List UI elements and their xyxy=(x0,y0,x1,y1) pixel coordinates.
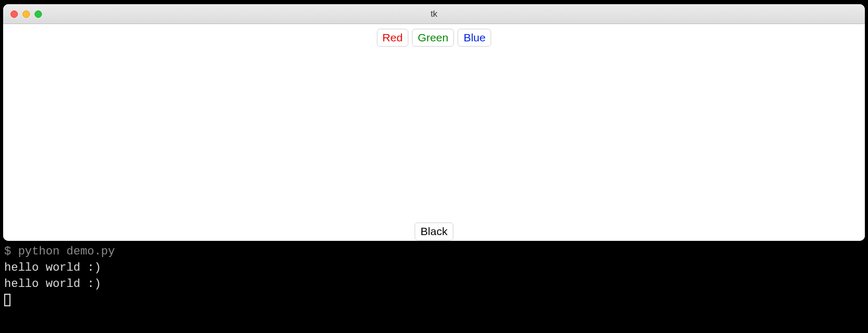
blue-button[interactable]: Blue xyxy=(458,29,491,47)
cursor-icon xyxy=(4,294,10,306)
terminal-cursor-line xyxy=(4,292,864,308)
terminal-command: python demo.py xyxy=(18,245,115,258)
terminal-output-line: hello world :) xyxy=(4,276,864,293)
terminal[interactable]: $ python demo.py hello world :) hello wo… xyxy=(3,242,865,333)
minimize-icon[interactable] xyxy=(23,10,30,18)
top-button-row: Red Green Blue xyxy=(3,29,865,47)
red-button[interactable]: Red xyxy=(377,29,409,47)
terminal-prompt-line: $ python demo.py xyxy=(4,244,864,260)
bottom-button-row: Black xyxy=(3,223,865,240)
maximize-icon[interactable] xyxy=(35,10,42,18)
window-body: Red Green Blue Black xyxy=(3,24,865,241)
app-window: tk Red Green Blue Black xyxy=(3,4,865,241)
black-button[interactable]: Black xyxy=(415,223,453,240)
terminal-output-line: hello world :) xyxy=(4,260,864,276)
titlebar[interactable]: tk xyxy=(3,4,865,24)
traffic-lights xyxy=(3,10,42,18)
close-icon[interactable] xyxy=(10,10,18,18)
green-button[interactable]: Green xyxy=(412,29,454,47)
prompt-symbol: $ xyxy=(4,245,18,258)
window-title: tk xyxy=(3,9,865,19)
